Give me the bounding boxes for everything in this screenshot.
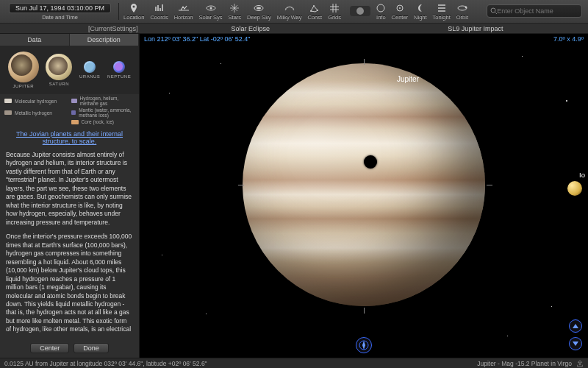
tb-center[interactable]: Center xyxy=(389,0,412,23)
search-input[interactable] xyxy=(497,7,578,15)
diagram-caption-link[interactable]: The Jovian planets and their internal st… xyxy=(0,127,139,148)
sparkle-icon xyxy=(230,3,239,13)
planet-diagram: JUPITER SATURN URANUS NEPTUNE xyxy=(0,46,139,94)
svg-point-9 xyxy=(399,7,401,9)
settings-strip: [CurrentSettings] Solar Eclipse SL9 Jupi… xyxy=(0,24,588,34)
svg-point-12 xyxy=(491,8,495,13)
share-icon[interactable] xyxy=(576,360,584,367)
nav-up-button[interactable] xyxy=(569,319,582,333)
horizon-icon xyxy=(179,3,189,13)
fov-readout: 7.0º x 4.9º xyxy=(553,35,584,43)
datetime-control[interactable]: Sun Jul 17, 1994 03:10:00 PM Date and Ti… xyxy=(3,0,117,23)
center-button[interactable]: Center xyxy=(30,343,69,353)
svg-point-11 xyxy=(465,6,467,8)
diagram-neptune: NEPTUNE xyxy=(107,61,131,79)
main-area: Data Description JUPITER SATURN URANUS N… xyxy=(0,34,588,358)
milky-icon xyxy=(284,3,295,13)
tb-stars[interactable]: Stars xyxy=(226,0,245,23)
tb-horizon[interactable]: Horizon xyxy=(171,0,196,23)
galaxy-icon xyxy=(254,3,264,13)
tab-solar-eclipse[interactable]: Solar Eclipse xyxy=(138,25,363,32)
orbit2-icon xyxy=(457,3,467,13)
datetime-value[interactable]: Sun Jul 17, 1994 03:10:00 PM xyxy=(9,3,111,13)
top-toolbar: Sun Jul 17, 1994 03:10:00 PM Date and Ti… xyxy=(0,0,588,24)
svg-point-6 xyxy=(317,10,318,11)
tab-sl9-impact[interactable]: SL9 Jupiter Impact xyxy=(363,25,588,32)
tb-night[interactable]: Night xyxy=(411,0,430,23)
composition-legend: Molecular hydrogen Hydrogen, helium, met… xyxy=(0,94,139,127)
const-icon xyxy=(310,3,319,13)
sidebar: Data Description JUPITER SATURN URANUS N… xyxy=(0,34,140,358)
done-button[interactable]: Done xyxy=(74,343,109,353)
tb-coords[interactable]: Coords xyxy=(147,0,171,23)
tb-deepsky[interactable]: Deep Sky xyxy=(244,0,274,23)
description-para2: Once the interior's pressure exceeds 100… xyxy=(6,233,133,334)
svg-point-7 xyxy=(377,4,384,12)
current-settings-label[interactable]: [CurrentSettings] xyxy=(88,25,138,32)
diagram-jupiter: JUPITER xyxy=(8,52,39,88)
datetime-label: Date and Time xyxy=(42,14,78,21)
tb-const[interactable]: Const xyxy=(305,0,326,23)
nav-down-button[interactable] xyxy=(569,337,582,350)
moon-icon xyxy=(416,3,425,13)
diagram-saturn: SATURN xyxy=(46,54,72,86)
tb-blank[interactable] xyxy=(347,0,373,23)
diagram-uranus: URANUS xyxy=(79,61,100,79)
tb-solarsys[interactable]: Solar Sys xyxy=(196,0,225,23)
io-body[interactable] xyxy=(567,181,582,196)
sidebar-buttons: Center Done xyxy=(0,340,139,358)
pin-icon xyxy=(130,3,137,13)
info-icon xyxy=(376,3,385,13)
svg-point-5 xyxy=(313,5,315,7)
compass-button[interactable] xyxy=(356,337,372,353)
tb-tonight[interactable]: Tonight xyxy=(430,0,453,23)
bars-icon xyxy=(155,3,164,13)
grid-icon xyxy=(330,3,339,13)
description-para1: Because Jupiter consists almost entirely… xyxy=(6,151,133,227)
search-icon xyxy=(490,7,497,15)
tb-milkyway[interactable]: Milky Way xyxy=(274,0,305,23)
tb-orbit[interactable]: Orbit xyxy=(453,0,471,23)
io-label: Io xyxy=(579,171,585,179)
svg-point-3 xyxy=(257,7,261,9)
sky-view[interactable]: Lon 212º 03' 36.2" Lat -02º 06' 52.4" 7.… xyxy=(140,34,588,358)
status-right: Jupiter - Mag -15.2 Planet in Virgo xyxy=(477,360,572,367)
sidebar-tabs: Data Description xyxy=(0,34,139,46)
jupiter-label: Jupiter xyxy=(397,75,419,83)
target-icon xyxy=(395,3,404,13)
pill-icon xyxy=(350,6,370,16)
jupiter-body[interactable] xyxy=(243,63,485,306)
description-body: Because Jupiter consists almost entirely… xyxy=(0,148,139,340)
moon-shadow xyxy=(364,155,377,169)
status-bar: 0.0125 AU from Jupiter at longitude 032º… xyxy=(0,358,588,368)
list-icon xyxy=(437,3,446,13)
sidebar-tab-data[interactable]: Data xyxy=(0,34,70,46)
tb-location[interactable]: Location xyxy=(121,0,147,23)
status-left: 0.0125 AU from Jupiter at longitude 032º… xyxy=(4,360,207,367)
coords-readout: Lon 212º 03' 36.2" Lat -02º 06' 52.4" xyxy=(144,35,251,43)
svg-point-1 xyxy=(209,7,212,9)
sidebar-tab-description[interactable]: Description xyxy=(70,34,140,46)
search-field[interactable] xyxy=(487,4,582,18)
orbit-icon xyxy=(206,3,216,13)
svg-point-4 xyxy=(310,10,312,12)
tb-grids[interactable]: Grids xyxy=(325,0,344,23)
tb-info[interactable]: Info xyxy=(373,0,389,23)
